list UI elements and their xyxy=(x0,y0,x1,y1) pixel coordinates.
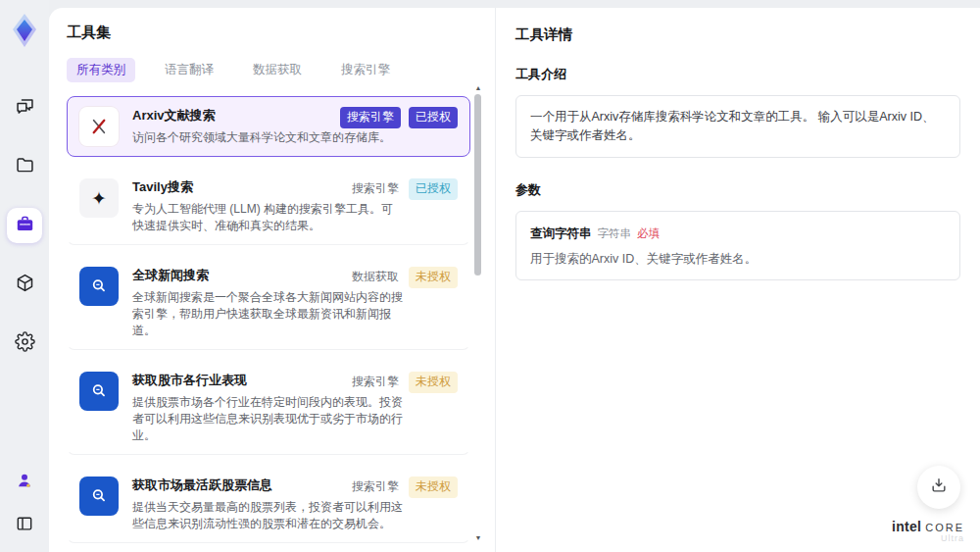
sidebar-bottom xyxy=(10,468,39,540)
tool-status-badge: 已授权 xyxy=(409,178,458,200)
tool-category-badge: 搜索引擎 xyxy=(350,477,401,498)
search-blue-icon xyxy=(79,267,119,306)
brand-core: core xyxy=(925,522,964,533)
intro-text: 一个用于从Arxiv存储库搜索科学论文和文章的工具。 输入可以是Arxiv ID… xyxy=(530,108,946,145)
scrollbar-thumb[interactable] xyxy=(474,94,481,276)
tool-category-badge: 搜索引擎 xyxy=(350,372,401,393)
tool-row[interactable]: ✦ Tavily搜索 专为人工智能代理 (LLM) 构建的搜索引擎工具。可快速提… xyxy=(67,168,470,245)
sidebar-item-toolset[interactable] xyxy=(7,208,42,243)
tool-badges: 数据获取 未授权 xyxy=(350,267,458,288)
tab-all[interactable]: 所有类别 xyxy=(67,58,135,82)
detail-title: 工具详情 xyxy=(515,25,960,44)
param-name: 查询字符串 xyxy=(530,226,592,240)
tool-status-badge: 未授权 xyxy=(409,372,458,393)
tool-list: Arxiv文献搜索 访问各个研究领域大量科学论文和文章的存储库。 搜索引擎 已授… xyxy=(67,96,470,552)
param-header: 查询字符串字符串必填 xyxy=(530,224,946,242)
user-icon xyxy=(15,471,34,494)
tool-badges: 搜索引擎 未授权 xyxy=(350,372,458,393)
tool-badges: 搜索引擎 未授权 xyxy=(350,477,458,498)
scroll-up-icon[interactable]: ▲ xyxy=(474,84,482,92)
sidebar-item-models[interactable] xyxy=(7,267,42,302)
tool-row[interactable]: 全球新闻搜索 全球新闻搜索是一个聚合全球各大新闻网站内容的搜索引擎，帮助用户快速… xyxy=(67,256,470,350)
scrollbar[interactable]: ▲ ▼ xyxy=(474,86,482,540)
brand-intel: intel xyxy=(892,520,921,534)
sidebar xyxy=(0,0,49,552)
tool-row[interactable]: Arxiv文献搜索 访问各个研究领域大量科学论文和文章的存储库。 搜索引擎 已授… xyxy=(67,96,470,157)
sidebar-item-chat[interactable] xyxy=(7,90,42,125)
tool-category-badge: 数据获取 xyxy=(350,267,401,288)
param-box: 查询字符串字符串必填 用于搜索的Arxiv ID、关键字或作者姓名。 xyxy=(515,211,960,280)
tool-status-badge: 已授权 xyxy=(409,107,458,128)
tool-badges: 搜索引擎 已授权 xyxy=(340,107,458,128)
search-blue-icon xyxy=(79,477,119,516)
search-blue-icon xyxy=(79,372,119,411)
folder-icon xyxy=(15,155,35,179)
tab-data[interactable]: 数据获取 xyxy=(243,58,312,82)
tool-list-panel: 工具集 所有类别语言翻译数据获取搜索引擎 Arxiv文献搜索 访问各个研究领域大… xyxy=(49,8,495,552)
sidebar-item-settings[interactable] xyxy=(7,326,42,361)
intel-core-logo: intel core Ultra xyxy=(892,520,964,544)
tool-status-badge: 未授权 xyxy=(409,267,458,288)
page-title: 工具集 xyxy=(67,24,495,42)
tool-status-badge: 未授权 xyxy=(409,477,458,498)
intro-heading: 工具介绍 xyxy=(515,66,960,83)
tool-description: 提供当天交易量最高的股票列表，投资者可以利用这些信息来识别流动性强的股票和潜在的… xyxy=(132,499,403,532)
download-icon xyxy=(929,476,949,499)
tab-search[interactable]: 搜索引擎 xyxy=(331,58,400,82)
tool-category-badge: 搜索引擎 xyxy=(350,178,401,200)
brand-ultra: Ultra xyxy=(892,534,964,544)
tool-row[interactable]: 获取市场最活跃股票信息 提供当天交易量最高的股票列表，投资者可以利用这些信息来识… xyxy=(67,466,470,543)
intro-box: 一个用于从Arxiv存储库搜索科学论文和文章的工具。 输入可以是Arxiv ID… xyxy=(515,95,960,158)
tool-row[interactable]: 获取股市各行业表现 提供股票市场各个行业在特定时间段内的表现。投资者可以利用这些… xyxy=(67,361,470,455)
sidebar-item-files[interactable] xyxy=(7,149,42,184)
arxiv-icon xyxy=(79,107,119,146)
tool-description: 专为人工智能代理 (LLM) 构建的搜索引擎工具。可快速提供实时、准确和真实的结… xyxy=(132,201,403,234)
sidebar-item-profile[interactable] xyxy=(10,468,39,497)
tool-category-badge: 搜索引擎 xyxy=(340,107,401,128)
chat-icon xyxy=(15,96,35,121)
params-heading: 参数 xyxy=(515,181,960,199)
scroll-down-icon[interactable]: ▼ xyxy=(474,534,482,542)
download-button[interactable] xyxy=(917,466,960,509)
main-card: 工具集 所有类别语言翻译数据获取搜索引擎 Arxiv文献搜索 访问各个研究领域大… xyxy=(49,8,980,552)
category-tabs: 所有类别语言翻译数据获取搜索引擎 xyxy=(67,58,495,82)
sidebar-nav xyxy=(7,90,42,361)
tool-description: 访问各个研究领域大量科学论文和文章的存储库。 xyxy=(132,129,403,146)
tool-detail-panel: 工具详情 工具介绍 一个用于从Arxiv存储库搜索科学论文和文章的工具。 输入可… xyxy=(495,8,980,552)
panel-icon xyxy=(15,514,34,537)
tool-description: 全球新闻搜索是一个聚合全球各大新闻网站内容的搜索引擎，帮助用户快速获取全球最新资… xyxy=(132,289,403,339)
tool-badges: 搜索引擎 已授权 xyxy=(350,178,458,200)
cube-icon xyxy=(15,273,35,297)
gear-icon xyxy=(15,331,35,356)
sparkle-icon: ✦ xyxy=(79,178,119,218)
app-logo-icon xyxy=(8,12,41,49)
param-required-badge: 必填 xyxy=(637,227,660,239)
briefcase-icon xyxy=(15,214,35,238)
tab-translation[interactable]: 语言翻译 xyxy=(155,58,223,82)
param-description: 用于搜索的Arxiv ID、关键字或作者姓名。 xyxy=(530,251,946,268)
sidebar-item-collapse[interactable] xyxy=(10,511,39,540)
param-type: 字符串 xyxy=(598,227,632,239)
tool-description: 提供股票市场各个行业在特定时间段内的表现。投资者可以利用这些信息来识别表现优于或… xyxy=(132,394,403,444)
